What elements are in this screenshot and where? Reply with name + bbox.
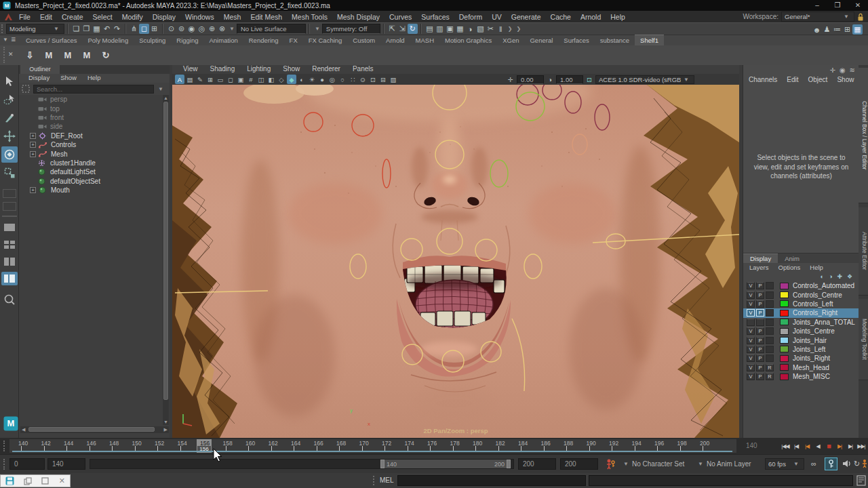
snap-view-planes-icon[interactable]: ⊕ xyxy=(207,24,217,34)
outliner-search-input[interactable] xyxy=(33,85,154,94)
slider-panel-icon[interactable]: ≔ xyxy=(832,24,842,35)
ambient-occlusion-icon[interactable]: ◎ xyxy=(328,75,337,84)
chevron-right-icon[interactable]: ❯ xyxy=(506,26,515,32)
layer-color-swatch[interactable] xyxy=(780,355,789,362)
chevron-right-icon[interactable]: ❯ xyxy=(515,26,524,32)
layer-display-type-toggle[interactable] xyxy=(766,337,774,344)
layer-color-swatch[interactable] xyxy=(780,291,789,298)
layer-color-swatch[interactable] xyxy=(780,346,789,352)
shelf-tab-substance[interactable]: substance xyxy=(595,35,635,45)
expand-icon[interactable]: + xyxy=(30,151,36,157)
mash-world-shelf-icon[interactable]: M xyxy=(60,47,76,64)
layout-four-panes[interactable] xyxy=(1,238,18,251)
shelf-tab-rendering[interactable]: Rendering xyxy=(243,35,284,45)
side-tab-channel-box-layer-editor[interactable]: Channel Box / Layer Editor xyxy=(859,68,868,203)
scroll-right-icon[interactable]: ▶ xyxy=(164,427,167,432)
outliner-item-mesh[interactable]: +Mesh xyxy=(19,149,163,158)
layer-row-controls-centre[interactable]: VPControls_Centre xyxy=(743,290,859,299)
outliner-menu-help[interactable]: Help xyxy=(83,74,105,83)
color-management-icon[interactable]: ⊡ xyxy=(585,75,594,84)
undo-icon[interactable]: ↶ xyxy=(102,24,112,34)
layer-display-type-toggle[interactable] xyxy=(766,300,774,308)
outliner-item-defaultobjectset[interactable]: defaultObjectSet xyxy=(19,177,163,186)
multisampling-icon[interactable]: ∷ xyxy=(348,75,357,84)
layer-visible-toggle[interactable]: V xyxy=(747,346,755,353)
layer-editor-tab-display[interactable]: Display xyxy=(743,253,778,263)
layer-visible-toggle[interactable]: V xyxy=(747,291,755,299)
mash-shelf-icon[interactable]: M xyxy=(41,47,57,64)
scroll-up-icon[interactable]: ▲ xyxy=(163,96,169,100)
panel-menu-lighting[interactable]: Lighting xyxy=(241,65,276,74)
playback-speed-icon[interactable]: ↻ xyxy=(854,460,860,468)
shelf-tab-general[interactable]: General xyxy=(524,35,558,45)
menu-help[interactable]: Help xyxy=(606,13,630,21)
gamma-field[interactable]: 1.00 xyxy=(556,75,583,84)
import-shelf-icon[interactable]: ⇩ xyxy=(22,47,38,64)
menu-edit-mesh[interactable]: Edit Mesh xyxy=(245,13,287,21)
empty-layer-icon[interactable]: ✚ xyxy=(837,273,842,280)
layer-from-selected-icon[interactable]: ❖ xyxy=(847,273,852,280)
save-scene-icon[interactable]: ▦ xyxy=(92,24,102,34)
render-settings-icon[interactable]: ▦ xyxy=(455,24,465,34)
grid-icon[interactable]: ⊞ xyxy=(205,75,215,84)
layer-playback-toggle[interactable]: P xyxy=(756,309,764,317)
fps-dropdown[interactable]: 60 fps ▼ xyxy=(765,458,804,470)
menu-file[interactable]: File xyxy=(14,13,35,21)
scroll-down-icon[interactable]: ▼ xyxy=(163,420,169,424)
range-slider-grip[interactable] xyxy=(3,459,5,470)
time-slider-grip[interactable] xyxy=(3,441,5,451)
shaded-icon[interactable]: ◆ xyxy=(287,75,296,84)
shelf-tab-rigging[interactable]: Rigging xyxy=(171,35,203,45)
sculpt-head-icon[interactable]: ☻ xyxy=(812,24,822,35)
layer-row-controls-right[interactable]: VPControls_Right xyxy=(743,308,859,317)
layer-visible-toggle[interactable]: V xyxy=(747,354,755,362)
textured-icon[interactable]: ◐ xyxy=(297,75,307,84)
menu-cache[interactable]: Cache xyxy=(546,13,576,21)
layer-row-joints-centre[interactable]: VPJoints_Centre xyxy=(743,327,859,336)
refresh-shelf-icon[interactable]: ↻ xyxy=(98,47,114,64)
chevron-down-icon[interactable]: ▼ xyxy=(156,86,165,92)
character-set-selector[interactable]: No Character Set xyxy=(632,460,684,468)
exposure-icon[interactable]: ✛ xyxy=(506,75,515,84)
panel-menu-view[interactable]: View xyxy=(178,65,203,74)
layer-editor-menu-options[interactable]: Options xyxy=(774,264,806,271)
outliner-item-cluster1handle[interactable]: cluster1Handle xyxy=(19,159,163,167)
side-tab-modeling-toolkit[interactable]: Modeling Toolkit xyxy=(859,299,868,380)
render-region-icon[interactable]: ▣ xyxy=(445,24,455,34)
rotate-tool[interactable] xyxy=(1,146,18,163)
step-back-frame-button[interactable]: |◀ xyxy=(791,440,802,452)
layer-color-swatch[interactable] xyxy=(780,300,789,307)
scale-tool[interactable] xyxy=(1,165,18,181)
move-tool[interactable] xyxy=(1,128,18,144)
outliner-hscrollbar[interactable]: ◀ ▶ xyxy=(20,426,169,433)
menu-windows[interactable]: Windows xyxy=(180,13,219,21)
shelf-tab-mash[interactable]: MASH xyxy=(410,35,439,45)
pin-icon[interactable]: ✛ xyxy=(829,66,835,75)
command-line-grip[interactable] xyxy=(373,476,374,485)
layer-visible-toggle[interactable]: V xyxy=(747,309,755,317)
panel-toggle-icon[interactable]: ▦ xyxy=(852,24,863,35)
shelf-tab-fx[interactable]: FX xyxy=(284,35,303,45)
wireframe-icon[interactable]: ◇ xyxy=(277,75,286,84)
layer-playback-toggle[interactable]: P xyxy=(756,291,764,299)
expand-icon[interactable]: + xyxy=(30,133,36,139)
range-slider-range[interactable]: 140 200 xyxy=(380,460,511,468)
selection-filter-icon[interactable] xyxy=(22,85,31,93)
layer-display-type-toggle[interactable] xyxy=(766,319,774,326)
layer-row-joints-left[interactable]: VPJoints_Left xyxy=(743,345,859,354)
outliner-tab[interactable]: Outliner xyxy=(20,65,60,74)
animation-prefs-icon[interactable] xyxy=(862,459,867,468)
maximize-button[interactable]: ❐ xyxy=(827,0,848,11)
outliner-menu-display[interactable]: Display xyxy=(24,74,54,83)
snap-grids-icon[interactable]: ⊙ xyxy=(166,24,176,34)
camera-attrs-icon[interactable]: ▤ xyxy=(185,75,195,84)
panel-menu-show[interactable]: Show xyxy=(277,65,305,74)
range-slider-track[interactable]: 140 200 xyxy=(90,459,514,469)
play-backwards-button[interactable]: ◀ xyxy=(812,440,823,452)
layer-editor-menu-help[interactable]: Help xyxy=(805,264,828,271)
layer-display-type-toggle[interactable]: R xyxy=(766,373,774,380)
layer-visible-toggle[interactable]: V xyxy=(747,364,755,371)
menu-mesh-display[interactable]: Mesh Display xyxy=(332,13,384,21)
layer-row-controls-automated[interactable]: VPControls_Automated xyxy=(743,281,859,290)
move-layer-down-icon[interactable]: ◑ xyxy=(829,273,832,280)
